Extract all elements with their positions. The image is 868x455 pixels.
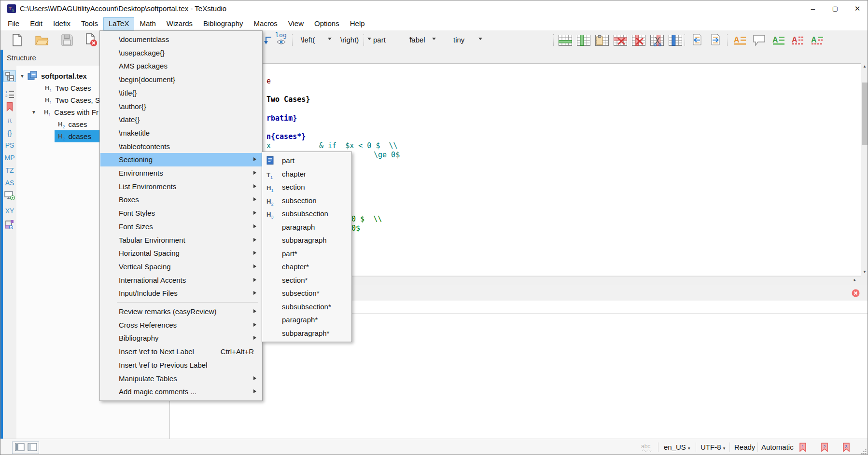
menu-item-insert-ref-to-next-label[interactable]: Insert \ref to Next LabelCtrl+Alt+R: [100, 345, 262, 358]
maximize-button[interactable]: ▢: [824, 0, 846, 17]
left-delimiter-combo[interactable]: \left(: [296, 34, 334, 46]
strike-text-icon[interactable]: A: [789, 33, 807, 47]
menu-item-vertical-spacing[interactable]: Vertical Spacing: [100, 260, 262, 274]
tree-item-two-cases-s[interactable]: H1Two Cases, S: [31, 94, 100, 106]
menu-item-boxes[interactable]: Boxes: [100, 193, 262, 207]
submenu-item-chapter[interactable]: T1chapter: [263, 167, 351, 180]
table-add-column-icon[interactable]: [575, 33, 592, 47]
label-combo[interactable]: label: [405, 34, 438, 46]
submenu-item-subsection-[interactable]: subsection*: [263, 287, 351, 300]
undo-corner-icon[interactable]: [263, 33, 273, 47]
menu-item-international-accents[interactable]: International Accents: [100, 274, 262, 287]
menu-tools[interactable]: Tools: [76, 17, 103, 30]
line-list-icon[interactable]: 12: [3, 88, 16, 100]
line-endings[interactable]: Automatic: [761, 443, 794, 451]
close-messages-icon[interactable]: [852, 289, 860, 299]
review-text-icon[interactable]: A: [809, 33, 826, 47]
menu-item-manipulate-tables[interactable]: Manipulate Tables: [100, 372, 262, 386]
menu-item-tabular-environment[interactable]: Tabular Environment: [100, 234, 262, 247]
table-add-row-icon[interactable]: [557, 33, 574, 47]
menu-item-insert-ref-to-previous-label[interactable]: Insert \ref to Previous Label: [100, 358, 262, 372]
toggle-structure-panel-icon[interactable]: [15, 443, 25, 453]
chevron-expanded-icon[interactable]: ▼: [20, 73, 25, 79]
approve-text-icon[interactable]: A: [770, 33, 787, 47]
menu-idefix[interactable]: Idefix: [48, 17, 76, 30]
encoding-selector[interactable]: UTF-8 ▾: [700, 443, 725, 451]
scroll-up-icon[interactable]: ▲: [863, 64, 867, 69]
menu-item--begin-document-[interactable]: \begin{document}: [100, 73, 262, 86]
menu-item-cross-references[interactable]: Cross References: [100, 318, 262, 332]
submenu-item-subsubsection-[interactable]: subsubsection*: [263, 300, 351, 313]
submenu-item-part[interactable]: part: [263, 154, 351, 167]
menu-latex[interactable]: LaTeX: [103, 17, 135, 30]
menu-item--usepackage-[interactable]: \usepackage{}: [100, 46, 262, 60]
menu-item--tableofcontents[interactable]: \tableofcontents: [100, 140, 262, 153]
menu-item-list-environments[interactable]: List Environments: [100, 180, 262, 193]
tree-item-cases-with-fr[interactable]: ▼H1Cases with Fr: [31, 106, 98, 118]
language-selector[interactable]: en_US ▾: [664, 443, 690, 451]
postscript-icon[interactable]: PS: [3, 139, 16, 151]
close-button[interactable]: ✕: [846, 0, 868, 17]
indent-icon[interactable]: [707, 33, 723, 47]
table-remove-column-icon[interactable]: [630, 33, 647, 47]
menu-item--date-[interactable]: \date{}: [100, 113, 262, 126]
tree-item-cases[interactable]: H2cases: [58, 118, 87, 130]
save-icon[interactable]: [59, 33, 75, 47]
table-paste-column-icon[interactable]: [594, 33, 610, 47]
submenu-item-chapter-[interactable]: chapter*: [263, 260, 351, 273]
menu-math[interactable]: Math: [134, 17, 161, 30]
menu-view[interactable]: View: [283, 17, 309, 30]
menu-item-add-magic-comments-[interactable]: Add magic comments ...: [100, 385, 262, 399]
braces-icon[interactable]: {}: [3, 127, 16, 139]
menu-macros[interactable]: Macros: [249, 17, 283, 30]
toggle-messages-panel-icon[interactable]: [28, 443, 37, 453]
bookmark-3-icon[interactable]: 3: [842, 442, 850, 454]
tree-item-dcases[interactable]: H2dcases: [58, 130, 91, 142]
editor-scrollbar-thumb[interactable]: [862, 83, 868, 145]
menu-wizards[interactable]: Wizards: [161, 17, 198, 30]
comment-bubble-icon[interactable]: [751, 33, 768, 47]
menu-item-ams-packages[interactable]: AMS packages: [100, 59, 262, 73]
close-file-icon[interactable]: [84, 33, 99, 47]
structure-panel-icon[interactable]: [3, 70, 16, 82]
submenu-item-section[interactable]: H1section: [263, 180, 351, 193]
metapost-icon[interactable]: MP: [3, 152, 16, 164]
menu-item--author-[interactable]: \author{}: [100, 100, 262, 113]
table-align-column-icon[interactable]: [667, 33, 684, 47]
highlight-text-icon[interactable]: A: [731, 33, 749, 47]
minimize-button[interactable]: –: [802, 0, 824, 17]
menu-file[interactable]: File: [2, 17, 25, 30]
scroll-right-icon[interactable]: ►: [853, 278, 857, 282]
table-cut-column-icon[interactable]: [649, 33, 665, 47]
submenu-item-paragraph[interactable]: paragraph: [263, 221, 351, 234]
scroll-down-icon[interactable]: ▼: [863, 270, 867, 274]
menu-item-sectioning[interactable]: Sectioning: [100, 153, 262, 166]
xy-icon[interactable]: XY: [3, 205, 16, 217]
menu-item--title-[interactable]: \title{}: [100, 86, 262, 100]
submenu-item-subparagraph-[interactable]: subparagraph*: [263, 327, 351, 340]
submenu-item-subsubsection[interactable]: H3subsubsection: [263, 207, 351, 220]
menu-item-input-include-files[interactable]: Input/Include Files: [100, 287, 262, 300]
submenu-item-subparagraph[interactable]: subparagraph: [263, 234, 351, 247]
bookmark-2-icon[interactable]: 2: [821, 442, 828, 454]
bookmark-1-icon[interactable]: 1: [799, 442, 807, 454]
tree-item-softportal-tex[interactable]: ▼softportal.tex: [20, 70, 87, 82]
new-file-icon[interactable]: [9, 33, 25, 47]
submenu-item-part-[interactable]: part*: [263, 247, 351, 260]
menu-item-font-styles[interactable]: Font Styles: [100, 207, 262, 220]
menu-edit[interactable]: Edit: [25, 17, 48, 30]
menu-bibliography[interactable]: Bibliography: [198, 17, 249, 30]
table-remove-row-icon[interactable]: [612, 33, 629, 47]
chevron-expanded-icon[interactable]: ▼: [31, 110, 36, 115]
bookmarks-icon[interactable]: [3, 101, 16, 112]
menu-item--maketitle[interactable]: \maketitle: [100, 126, 262, 140]
menu-options[interactable]: Options: [309, 17, 345, 30]
pgf-icon[interactable]: [3, 219, 16, 230]
tikz-icon[interactable]: TZ: [3, 165, 16, 176]
unindent-icon[interactable]: [689, 33, 704, 47]
menu-item-review-remarks-easyreview-[interactable]: Review remarks (easyReview): [100, 305, 262, 318]
math-pi-icon[interactable]: π: [3, 114, 16, 126]
resize-grip[interactable]: [861, 448, 867, 455]
menu-item-font-sizes[interactable]: Font Sizes: [100, 220, 262, 234]
tree-item-two-cases[interactable]: H1Two Cases: [31, 82, 91, 94]
